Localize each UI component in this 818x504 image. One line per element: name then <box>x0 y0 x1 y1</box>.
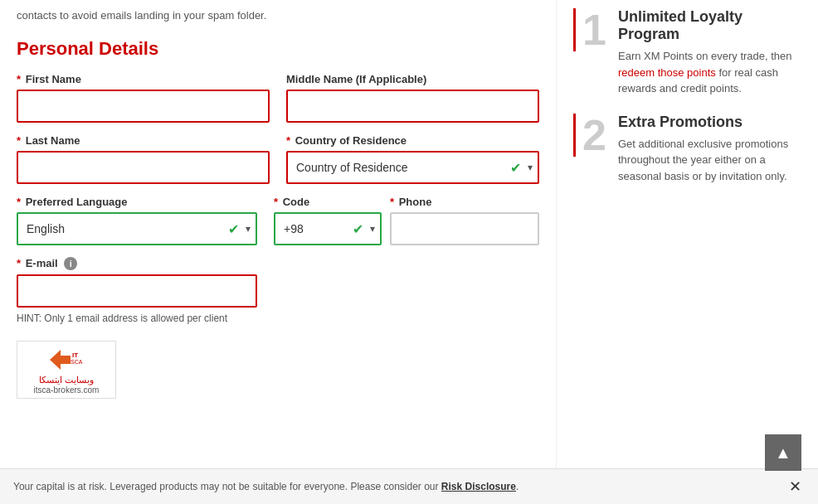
required-star-4: * <box>17 196 21 208</box>
risk-disclosure-link[interactable]: Risk Disclosure <box>441 481 516 492</box>
phone-input[interactable] <box>390 212 539 245</box>
language-select[interactable]: English <box>18 214 256 244</box>
country-select[interactable]: Country of Residence <box>288 153 538 182</box>
promo-item-1: 1 Unlimited Loyalty Program Earn XM Poin… <box>573 8 796 97</box>
section-title: Personal Details <box>17 38 539 60</box>
right-panel: 1 Unlimited Loyalty Program Earn XM Poin… <box>556 0 813 504</box>
first-name-input[interactable] <box>17 90 270 123</box>
first-name-group: * First Name <box>17 73 270 123</box>
promo-item-2: 2 Extra Promotions Get additional exclus… <box>573 114 796 185</box>
promo-title-2: Extra Promotions <box>618 114 796 131</box>
code-label: * Code <box>274 196 382 208</box>
promo-link-1: redeem those points <box>618 66 716 79</box>
language-label: * Preferred Language <box>17 196 257 208</box>
promo-desc-2: Get additional exclusive promotions thro… <box>618 136 796 185</box>
email-input[interactable] <box>17 274 257 308</box>
bottom-bar-text: Your capital is at risk. Leveraged produ… <box>13 481 519 492</box>
logo-url: itsca-brokers.com <box>34 385 100 395</box>
bottom-bar: Your capital is at risk. Leveraged produ… <box>0 468 818 504</box>
last-name-input[interactable] <box>17 151 270 184</box>
svg-text:IT: IT <box>72 351 78 359</box>
logo-box: IT SCA وبسایت ایتسکا itsca-brokers.com <box>17 341 116 399</box>
required-star: * <box>17 73 21 85</box>
last-name-label: * Last Name <box>17 134 270 147</box>
country-label: * Country of Residence <box>286 134 539 147</box>
middle-name-input[interactable] <box>286 90 539 123</box>
logo-text: وبسایت ایتسکا <box>39 375 94 385</box>
country-group: * Country of Residence Country of Reside… <box>286 134 539 184</box>
code-phone-container: * Code +98 ✔ ▾ * Phone <box>274 196 539 245</box>
name-row: * First Name Middle Name (If Applicable) <box>17 73 539 123</box>
promo-content-2: Extra Promotions Get additional exclusiv… <box>618 114 796 185</box>
last-name-group: * Last Name <box>17 134 270 184</box>
code-select[interactable]: +98 <box>275 214 380 244</box>
phone-label: * Phone <box>390 196 539 208</box>
middle-name-label: Middle Name (If Applicable) <box>286 73 539 85</box>
promo-content-1: Unlimited Loyalty Program Earn XM Points… <box>618 8 796 97</box>
promo-number-2: 2 <box>573 114 606 157</box>
promo-number-1: 1 <box>573 8 606 51</box>
bottom-bar-close-button[interactable]: ✕ <box>786 477 805 496</box>
last-name-country-row: * Last Name * Country of Residence Count… <box>17 134 539 184</box>
top-notice: contacts to avoid emails landing in your… <box>17 8 539 23</box>
country-select-wrapper[interactable]: Country of Residence ✔ ▾ <box>286 151 539 184</box>
email-group: * E-mail i <box>17 257 257 308</box>
code-select-wrapper[interactable]: +98 ✔ ▾ <box>274 212 382 245</box>
code-group: * Code +98 ✔ ▾ <box>274 196 382 245</box>
phone-group: * Phone <box>390 196 539 245</box>
promo-title-1: Unlimited Loyalty Program <box>618 8 796 43</box>
required-star-7: * <box>17 257 21 269</box>
required-star-2: * <box>17 134 21 147</box>
svg-text:SCA: SCA <box>71 359 83 365</box>
back-to-top-icon: ▲ <box>775 443 791 463</box>
required-star-3: * <box>286 134 290 147</box>
email-info-icon[interactable]: i <box>64 257 77 270</box>
promo-desc-1: Earn XM Points on every trade, then rede… <box>618 48 796 97</box>
middle-name-group: Middle Name (If Applicable) <box>286 73 539 123</box>
itsca-logo-svg: IT SCA <box>46 346 87 375</box>
email-hint: HINT: Only 1 email address is allowed pe… <box>17 313 539 324</box>
language-phone-row: * Preferred Language English ✔ ▾ * Code <box>17 196 539 245</box>
left-panel: contacts to avoid emails landing in your… <box>0 0 556 504</box>
first-name-label: * First Name <box>17 73 270 85</box>
email-label: * E-mail i <box>17 257 257 270</box>
language-group: * Preferred Language English ✔ ▾ <box>17 196 257 245</box>
main-container: contacts to avoid emails landing in your… <box>0 0 818 504</box>
logo-area: IT SCA وبسایت ایتسکا itsca-brokers.com <box>17 341 539 399</box>
language-select-wrapper[interactable]: English ✔ ▾ <box>17 212 257 245</box>
required-star-5: * <box>274 196 278 208</box>
svg-marker-0 <box>50 350 71 370</box>
required-star-6: * <box>390 196 394 208</box>
back-to-top-button[interactable]: ▲ <box>765 434 801 471</box>
